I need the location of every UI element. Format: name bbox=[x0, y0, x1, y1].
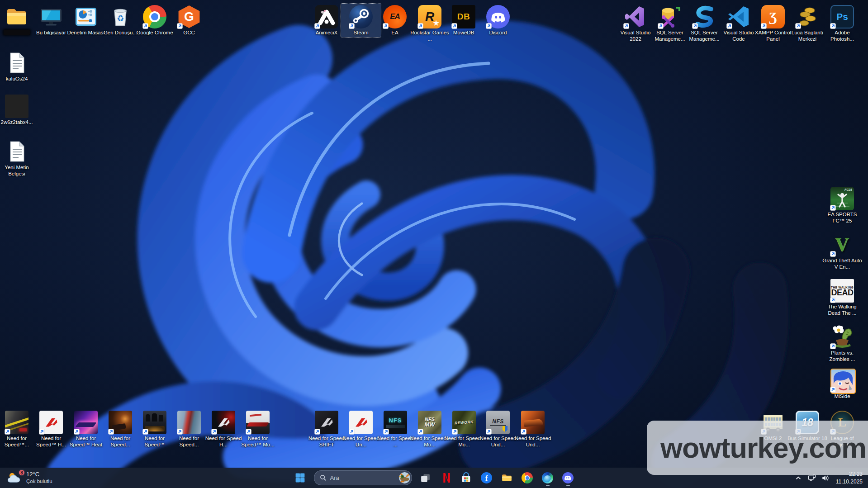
discord-taskbar-button[interactable] bbox=[559, 469, 577, 487]
this-pc[interactable]: Bu bilgisayar bbox=[31, 4, 71, 37]
netflix-taskbar-button[interactable] bbox=[437, 469, 455, 487]
icon-label: Discord bbox=[478, 30, 518, 36]
recycle-bin[interactable]: ♻Geri Dönüşü... bbox=[100, 4, 140, 37]
running-indicator bbox=[566, 485, 570, 486]
miside[interactable]: MiSide bbox=[822, 367, 862, 401]
need-for-speed-15[interactable]: Need for Speed Und... bbox=[513, 409, 553, 449]
shortcut-arrow-icon bbox=[108, 429, 114, 435]
icon-label: The Walking Dead The ... bbox=[822, 304, 862, 317]
need-for-speed-10[interactable]: Need for Speed Un... bbox=[341, 409, 381, 449]
icon-label: kaluGs24 bbox=[0, 76, 37, 82]
text-file-icon bbox=[5, 140, 28, 163]
need-for-speed-14[interactable]: NFSNeed for Speed Und... bbox=[478, 409, 518, 449]
icon-label: Need for Speed SHIFT bbox=[307, 436, 346, 448]
adobe-photoshop[interactable]: PsAdobe Photosh... bbox=[822, 4, 862, 43]
task-view-button-taskbar-button[interactable] bbox=[417, 469, 435, 487]
icon-label: SQL Server Manageme... bbox=[650, 30, 690, 43]
need-for-speed-12[interactable]: NFSMWNeed for Speed - Mo... bbox=[410, 409, 450, 449]
luca-baglanti-merkezi[interactable]: Luca Bağlantı Merkezi bbox=[787, 4, 827, 43]
gtav-icon: V bbox=[830, 233, 854, 256]
search-input[interactable]: Ara bbox=[314, 470, 412, 485]
icon-label: Need for Speed™ Heat bbox=[66, 436, 106, 448]
weather-widget[interactable]: 8 12°C Çok bulutlu bbox=[5, 468, 55, 488]
vs2022-icon bbox=[624, 5, 647, 28]
sql-ribbon-icon bbox=[693, 5, 716, 28]
store-icon bbox=[460, 472, 472, 483]
shortcut-arrow-icon bbox=[383, 23, 389, 29]
microsoft-edge-taskbar-button[interactable] bbox=[539, 469, 557, 487]
animecix-icon bbox=[315, 5, 338, 28]
ea-sports-fc-25[interactable]: FC25EA SPORTS FC™ 25 bbox=[822, 185, 862, 225]
visual-studio-code[interactable]: Visual Studio Code bbox=[719, 4, 759, 43]
sql-tools-icon bbox=[658, 5, 682, 28]
chrome-icon bbox=[522, 472, 533, 483]
need-for-speed-6[interactable]: Need for Speed... bbox=[169, 409, 209, 449]
luca-icon bbox=[796, 5, 819, 28]
shortcut-arrow-icon bbox=[726, 23, 732, 29]
shortcut-arrow-icon bbox=[142, 429, 148, 435]
kalugs24-file[interactable]: kaluGs24 bbox=[0, 50, 37, 83]
shortcut-arrow-icon bbox=[314, 23, 320, 29]
tray-date: 11.10.2025 bbox=[836, 478, 863, 485]
shortcut-arrow-icon bbox=[830, 23, 836, 29]
xampp-control-panel[interactable]: ƷXAMPP Control Panel bbox=[753, 4, 793, 43]
google-chrome-taskbar-button[interactable] bbox=[518, 469, 536, 487]
shortcut-arrow-icon bbox=[658, 23, 664, 29]
running-indicator bbox=[546, 485, 550, 486]
the-walking-dead[interactable]: THE WALKINGDEADThe Walking Dead The ... bbox=[822, 278, 862, 317]
animecix[interactable]: AnimeciX bbox=[307, 4, 346, 37]
shortcut-arrow-icon bbox=[383, 429, 389, 435]
need-for-speed-5[interactable]: Need for Speed™ bbox=[135, 409, 175, 449]
icon-label: Need for Speed H... bbox=[204, 436, 243, 448]
desktop[interactable]: Bu bilgisayarDenetim Masası♻Geri Dönüşü.… bbox=[0, 0, 868, 488]
icon-label: Need for Speed... bbox=[169, 436, 209, 448]
need-for-speed-11[interactable]: NFSNeed for Speed ... bbox=[375, 409, 415, 449]
search-icon bbox=[320, 474, 327, 481]
shortcut-arrow-icon bbox=[452, 429, 458, 435]
need-for-speed-7[interactable]: Need for Speed H... bbox=[204, 409, 243, 449]
need-for-speed-heat[interactable]: Need for Speed™ Heat bbox=[66, 409, 106, 449]
gcc[interactable]: GGCC bbox=[169, 4, 209, 37]
nfs-mw2-icon bbox=[246, 411, 270, 434]
facebook-taskbar-button[interactable]: f bbox=[478, 469, 496, 487]
icon-label: EA bbox=[375, 30, 415, 36]
need-for-speed-8[interactable]: Need for Speed™ Mo... bbox=[238, 409, 278, 449]
shortcut-arrow-icon bbox=[795, 23, 801, 29]
plants-vs-zombies[interactable]: Plants vs. Zombies ... bbox=[822, 324, 862, 364]
shortcut-arrow-icon bbox=[39, 429, 45, 435]
icon-label: Need for Speed™ Mo... bbox=[238, 436, 278, 448]
microsoft-store-taskbar-button[interactable] bbox=[457, 469, 475, 487]
icon-label: Grand Theft Auto V En... bbox=[822, 258, 862, 270]
nfs-rework-icon: REWORK bbox=[452, 411, 476, 434]
shortcut-arrow-icon bbox=[830, 205, 836, 211]
icon-label: AnimeciX bbox=[307, 30, 346, 36]
gta-v[interactable]: VGrand Theft Auto V En... bbox=[822, 232, 862, 271]
need-for-speed-2[interactable]: Need for Speed™ H... bbox=[31, 409, 71, 449]
icon-label: Visual Studio 2022 bbox=[616, 30, 655, 43]
need-for-speed-4[interactable]: Need for Speed... bbox=[100, 409, 140, 449]
shortcut-arrow-icon bbox=[349, 23, 355, 29]
start-button[interactable] bbox=[291, 469, 309, 487]
icon-label: Luca Bağlantı Merkezi bbox=[787, 30, 827, 43]
google-chrome[interactable]: Google Chrome bbox=[135, 4, 175, 37]
image-file[interactable]: 2w6z2tabx4... bbox=[0, 93, 37, 127]
new-text-document[interactable]: Yeni Metin Belgesi bbox=[0, 138, 37, 178]
icon-label: Denetim Masası bbox=[66, 30, 106, 36]
moviedb[interactable]: DBMovieDB bbox=[444, 4, 484, 37]
visual-studio-2022[interactable]: Visual Studio 2022 bbox=[616, 4, 655, 43]
control-panel[interactable]: Denetim Masası bbox=[66, 4, 106, 37]
vscode-icon bbox=[727, 5, 750, 28]
gcc-icon: G bbox=[177, 5, 201, 28]
discord[interactable]: Discord bbox=[478, 4, 518, 37]
shortcut-arrow-icon bbox=[623, 23, 629, 29]
discord-icon bbox=[486, 5, 510, 28]
nfs-shift-icon bbox=[315, 411, 338, 434]
icon-label: Plants vs. Zombies ... bbox=[822, 350, 862, 363]
file-explorer-taskbar-button[interactable] bbox=[498, 469, 516, 487]
watermark: wowturkey.com bbox=[647, 421, 868, 475]
nfs-dark1-icon bbox=[5, 411, 28, 434]
sql-server-management-2[interactable]: SQL Server Manageme... bbox=[684, 4, 724, 43]
sql-server-management-1[interactable]: SQL Server Manageme... bbox=[650, 4, 690, 43]
ea-app[interactable]: EAEA bbox=[375, 4, 415, 37]
need-for-speed-shift[interactable]: Need for Speed SHIFT bbox=[307, 409, 346, 449]
